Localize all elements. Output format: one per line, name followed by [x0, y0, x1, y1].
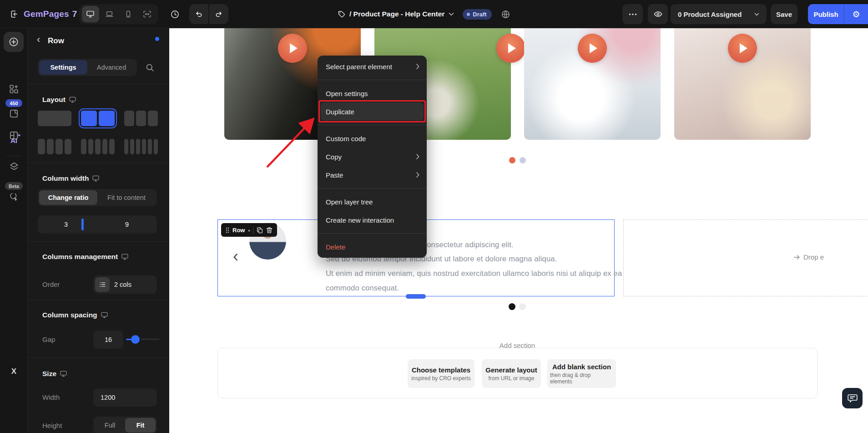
pages-button[interactable] [0, 109, 28, 118]
interactions-button[interactable] [0, 192, 28, 201]
logo-text: GemPages [24, 9, 69, 19]
menu-item-select-parent[interactable]: Select parent element [318, 57, 427, 76]
gap-input[interactable]: 16 [93, 331, 123, 349]
tab-fit-to-content[interactable]: Fit to content [97, 190, 156, 205]
drop-zone[interactable] [623, 219, 868, 296]
ratio-control[interactable]: 3 9 [38, 215, 157, 234]
duplicate-icon[interactable] [257, 227, 263, 234]
chevron-right-icon [416, 64, 419, 69]
layout-option-3col[interactable] [124, 111, 158, 126]
layout-option-5col[interactable] [81, 139, 115, 154]
row-element-badge[interactable]: Row ▴ [221, 223, 277, 237]
device-laptop-button[interactable] [101, 6, 118, 22]
layout-option-2col-selected[interactable] [81, 111, 115, 126]
monitor-icon [69, 97, 76, 103]
drag-grip-icon[interactable] [226, 227, 229, 233]
device-mobile-button[interactable] [120, 6, 137, 22]
tab-settings[interactable]: Settings [39, 60, 87, 75]
order-list-icon [95, 277, 110, 292]
menu-item-copy[interactable]: Copy [318, 148, 427, 166]
layout-option-6col[interactable] [124, 139, 158, 154]
menu-divider [318, 188, 427, 188]
exit-editor-button[interactable] [6, 7, 22, 21]
x-logo-icon[interactable]: X [0, 367, 28, 376]
tab-advanced[interactable]: Advanced [87, 60, 136, 75]
carousel-dot[interactable] [519, 303, 526, 310]
publish-button[interactable]: Publish [808, 4, 844, 24]
testimonial-line[interactable]: commodo consequat. [326, 282, 399, 294]
size-heading: Size [42, 370, 67, 378]
carousel-prev-arrow[interactable]: ‹ [233, 248, 238, 265]
menu-item-custom-code[interactable]: Custom code [318, 129, 427, 148]
panel-divider [28, 300, 169, 300]
add-element-button[interactable] [4, 32, 24, 52]
breadcrumb[interactable]: / Product Page - Help Center Draft [338, 0, 510, 28]
play-button[interactable] [578, 34, 607, 63]
device-responsive-button[interactable] [138, 6, 156, 22]
choose-templates-button[interactable]: Choose templates inspired by CRO experts [408, 359, 474, 388]
product-assigned-dropdown[interactable]: 0 Product Assigned [671, 4, 767, 24]
preview-button[interactable] [648, 4, 668, 24]
status-label: Draft [473, 11, 486, 18]
back-chevron-icon[interactable]: ‹ [37, 35, 40, 45]
more-options-button[interactable] [622, 4, 643, 24]
menu-item-label: Paste [326, 171, 416, 179]
desktop-icon [86, 10, 94, 18]
menu-item-label: Open settings [326, 90, 419, 97]
globe-icon[interactable] [501, 10, 510, 19]
gap-slider-handle[interactable] [131, 335, 140, 344]
tag-icon [338, 10, 345, 18]
menu-item-open-layer-tree[interactable]: Open layer tree [318, 193, 427, 211]
play-button[interactable] [496, 34, 525, 63]
order-control[interactable]: 2 cols [93, 275, 157, 294]
tab-height-fit[interactable]: Fit [125, 418, 156, 433]
ai-tools-button[interactable]: AI [0, 137, 28, 144]
tab-height-full[interactable]: Full [95, 418, 125, 433]
height-label: Height [42, 422, 62, 429]
layout-option-1col[interactable] [38, 111, 71, 126]
layout-option-4col[interactable] [38, 139, 71, 154]
layers-button[interactable] [0, 162, 28, 171]
help-chat-button[interactable] [842, 388, 863, 408]
carousel-dot[interactable] [520, 157, 526, 163]
button-subtitle: inspired by CRO experts [411, 375, 471, 382]
menu-item-duplicate[interactable]: Duplicate [321, 102, 424, 121]
search-icon[interactable] [146, 63, 154, 72]
add-blank-section-button[interactable]: Add blank section then drag & drop eleme… [547, 359, 616, 388]
video-card-3[interactable] [524, 28, 661, 140]
tab-change-ratio[interactable]: Change ratio [39, 190, 97, 205]
menu-item-create-interaction[interactable]: Create new interaction [318, 211, 427, 229]
ratio-left-value: 3 [64, 221, 68, 228]
collapse-triangle-icon[interactable]: ▴ [248, 228, 250, 232]
undo-button[interactable] [189, 4, 208, 24]
chevron-down-icon [754, 13, 759, 16]
menu-item-delete[interactable]: Delete [318, 238, 427, 256]
save-label: Save [776, 10, 792, 18]
play-button[interactable] [728, 34, 757, 63]
play-button[interactable] [278, 34, 307, 63]
order-value: 2 cols [114, 281, 131, 288]
row-resize-handle[interactable] [406, 294, 426, 299]
trash-icon[interactable] [266, 227, 273, 234]
device-desktop-button[interactable] [82, 6, 99, 22]
publish-settings-button[interactable]: ⚙ [844, 4, 868, 24]
carousel-dot-active[interactable] [509, 157, 515, 163]
ratio-right-value: 9 [125, 221, 129, 228]
menu-item-paste[interactable]: Paste [318, 166, 427, 184]
gap-slider-track[interactable] [141, 339, 159, 340]
redo-icon [215, 10, 223, 18]
redo-button[interactable] [209, 4, 228, 24]
menu-item-label: Open layer tree [326, 198, 419, 206]
menu-item-open-settings[interactable]: Open settings [318, 84, 427, 102]
testimonial-line[interactable]: Ut enim ad minim veniam, quis nostrud ex… [326, 267, 622, 279]
history-button[interactable] [166, 4, 184, 24]
video-card-4[interactable] [674, 28, 811, 140]
templates-button[interactable] [0, 85, 28, 93]
order-label: Order [42, 280, 60, 288]
generate-layout-button[interactable]: Generate layout from URL or image [482, 359, 541, 388]
carousel-dot-active[interactable] [509, 303, 515, 310]
panel-divider [28, 84, 169, 84]
save-button[interactable]: Save [771, 4, 797, 24]
ratio-drag-handle[interactable] [81, 219, 84, 230]
width-input[interactable]: 1200 [93, 388, 157, 407]
